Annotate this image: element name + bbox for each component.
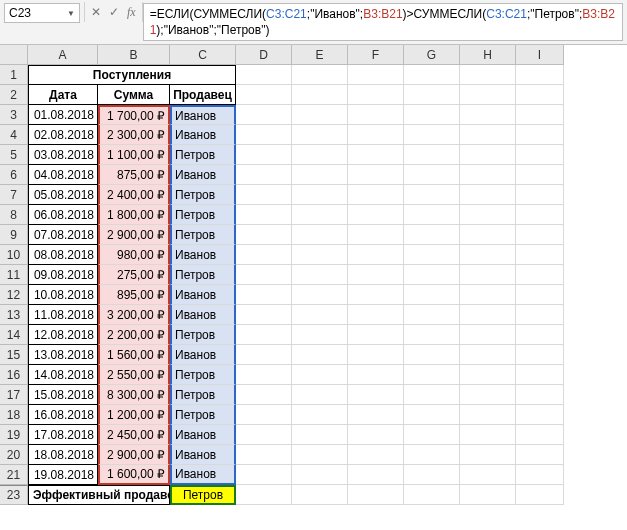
cell-blank[interactable]: [236, 345, 292, 365]
cell-blank[interactable]: [460, 65, 516, 85]
cell-blank[interactable]: [292, 125, 348, 145]
cell-blank[interactable]: [404, 85, 460, 105]
cell-sum[interactable]: 980,00 ₽: [98, 245, 170, 265]
cell-blank[interactable]: [292, 485, 348, 505]
cell-blank[interactable]: [460, 325, 516, 345]
cell-blank[interactable]: [460, 345, 516, 365]
cell-blank[interactable]: [236, 185, 292, 205]
cell-blank[interactable]: [404, 105, 460, 125]
cell-blank[interactable]: [348, 445, 404, 465]
row-header[interactable]: 23: [0, 485, 28, 505]
cell-blank[interactable]: [236, 245, 292, 265]
cell-sum[interactable]: 275,00 ₽: [98, 265, 170, 285]
cell-blank[interactable]: [516, 165, 564, 185]
cell-blank[interactable]: [292, 285, 348, 305]
cell-seller[interactable]: Иванов: [170, 305, 236, 325]
row-header[interactable]: 16: [0, 365, 28, 385]
cell-blank[interactable]: [292, 425, 348, 445]
cell-blank[interactable]: [460, 405, 516, 425]
cell-blank[interactable]: [292, 245, 348, 265]
cell-blank[interactable]: [460, 305, 516, 325]
cell-blank[interactable]: [516, 385, 564, 405]
cell-blank[interactable]: [348, 125, 404, 145]
row-header[interactable]: 21: [0, 465, 28, 485]
cell-sum[interactable]: 1 600,00 ₽: [98, 465, 170, 485]
cell-sum[interactable]: 3 200,00 ₽: [98, 305, 170, 325]
cell-date[interactable]: 17.08.2018: [28, 425, 98, 445]
cell-blank[interactable]: [404, 225, 460, 245]
fx-icon[interactable]: fx: [127, 5, 136, 20]
row-header[interactable]: 18: [0, 405, 28, 425]
cell-date[interactable]: 18.08.2018: [28, 445, 98, 465]
cell-blank[interactable]: [460, 445, 516, 465]
cell-date[interactable]: 08.08.2018: [28, 245, 98, 265]
cell-blank[interactable]: [516, 185, 564, 205]
cell-blank[interactable]: [292, 305, 348, 325]
cell-seller[interactable]: Петров: [170, 265, 236, 285]
cell-blank[interactable]: [236, 385, 292, 405]
row-header[interactable]: 13: [0, 305, 28, 325]
cell-blank[interactable]: [404, 425, 460, 445]
cell-blank[interactable]: [236, 445, 292, 465]
cell-blank[interactable]: [404, 125, 460, 145]
cell-blank[interactable]: [516, 465, 564, 485]
row-header[interactable]: 4: [0, 125, 28, 145]
cell-sum[interactable]: 2 450,00 ₽: [98, 425, 170, 445]
cell-blank[interactable]: [404, 185, 460, 205]
cell-seller[interactable]: Иванов: [170, 285, 236, 305]
row-header[interactable]: 12: [0, 285, 28, 305]
row-header[interactable]: 11: [0, 265, 28, 285]
cell-blank[interactable]: [236, 325, 292, 345]
cell-date[interactable]: 15.08.2018: [28, 385, 98, 405]
cell-blank[interactable]: [404, 205, 460, 225]
cell-blank[interactable]: [348, 225, 404, 245]
cell-seller[interactable]: Иванов: [170, 165, 236, 185]
select-all-corner[interactable]: [0, 45, 28, 65]
row-header[interactable]: 3: [0, 105, 28, 125]
cell-seller[interactable]: Петров: [170, 185, 236, 205]
cell-blank[interactable]: [516, 85, 564, 105]
cell-blank[interactable]: [404, 485, 460, 505]
cell-blank[interactable]: [348, 65, 404, 85]
cell-blank[interactable]: [460, 205, 516, 225]
row-header[interactable]: 10: [0, 245, 28, 265]
cell-blank[interactable]: [404, 385, 460, 405]
column-header-A[interactable]: A: [28, 45, 98, 65]
cell-blank[interactable]: [516, 345, 564, 365]
cell-blank[interactable]: [348, 85, 404, 105]
sheet-grid[interactable]: 1Поступления2ДатаСуммаПродавец301.08.201…: [0, 65, 627, 505]
cell-blank[interactable]: [404, 145, 460, 165]
cell-blank[interactable]: [460, 285, 516, 305]
cell-seller[interactable]: Иванов: [170, 125, 236, 145]
cell-blank[interactable]: [516, 365, 564, 385]
cell-sum[interactable]: 2 200,00 ₽: [98, 325, 170, 345]
cell-blank[interactable]: [404, 325, 460, 345]
cell-blank[interactable]: [348, 185, 404, 205]
cell-date[interactable]: 12.08.2018: [28, 325, 98, 345]
cell-seller[interactable]: Иванов: [170, 245, 236, 265]
cell-blank[interactable]: [236, 125, 292, 145]
header-sum[interactable]: Сумма: [98, 85, 170, 105]
column-header-D[interactable]: D: [236, 45, 292, 65]
cell-blank[interactable]: [292, 85, 348, 105]
cell-blank[interactable]: [236, 65, 292, 85]
cell-date[interactable]: 03.08.2018: [28, 145, 98, 165]
cell-sum[interactable]: 8 300,00 ₽: [98, 385, 170, 405]
cell-seller[interactable]: Петров: [170, 205, 236, 225]
cell-sum[interactable]: 1 800,00 ₽: [98, 205, 170, 225]
cell-blank[interactable]: [236, 105, 292, 125]
cell-blank[interactable]: [348, 485, 404, 505]
header-seller[interactable]: Продавец: [170, 85, 236, 105]
cell-blank[interactable]: [516, 245, 564, 265]
header-date[interactable]: Дата: [28, 85, 98, 105]
cell-blank[interactable]: [404, 465, 460, 485]
cell-seller[interactable]: Иванов: [170, 425, 236, 445]
row-header[interactable]: 17: [0, 385, 28, 405]
cell-date[interactable]: 16.08.2018: [28, 405, 98, 425]
row-header[interactable]: 1: [0, 65, 28, 85]
cell-blank[interactable]: [292, 325, 348, 345]
cell-blank[interactable]: [292, 165, 348, 185]
cell-blank[interactable]: [404, 165, 460, 185]
cell-seller[interactable]: Иванов: [170, 445, 236, 465]
row-header[interactable]: 19: [0, 425, 28, 445]
